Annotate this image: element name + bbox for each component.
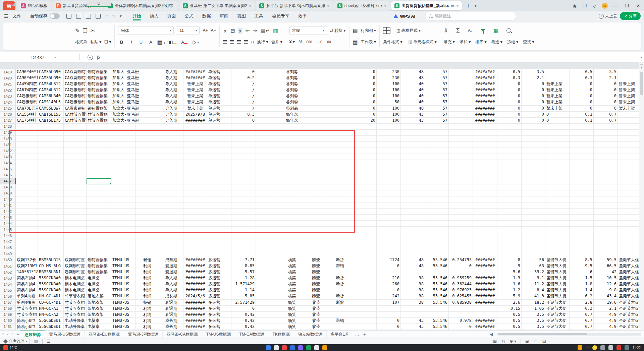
cell-Y1460[interactable]: 4.9 [594, 318, 618, 324]
cell-R1444[interactable] [425, 221, 449, 227]
cell-T1441[interactable] [473, 202, 497, 209]
cell-X1420[interactable]: 0.3 [570, 75, 594, 81]
sort-icon[interactable]: A↓ [468, 28, 473, 33]
cell-W1444[interactable] [545, 221, 570, 227]
cell-S1455[interactable]: 0.976923 [449, 287, 473, 293]
insert-function-icon[interactable]: fx [97, 55, 100, 60]
cell-Y1444[interactable] [594, 221, 618, 227]
page-layout-view-icon[interactable]: ▭ [534, 339, 537, 344]
cell-D1453[interactable]: 电脑桌 [87, 275, 111, 281]
cell-W1447[interactable] [545, 239, 570, 245]
cell-P1442[interactable] [377, 209, 401, 215]
cell-B1449[interactable] [38, 251, 64, 257]
cell-X1458[interactable]: 0.3 [570, 306, 594, 312]
cell-D1419[interactable]: 铆钉置物架 [87, 69, 111, 75]
cell-Q1431[interactable] [401, 142, 425, 148]
cell-O1424[interactable]: 0 [352, 99, 377, 105]
cell-T1429[interactable] [473, 130, 497, 136]
save-icon[interactable] [66, 14, 71, 19]
cell-P1456[interactable]: 242 [377, 293, 401, 299]
cell-U1437[interactable] [497, 178, 522, 184]
cell-V1428[interactable] [522, 124, 545, 130]
cell-D1450[interactable]: 铆钉置物架 [87, 257, 111, 263]
cell-Y1453[interactable]: 10.5 [594, 275, 618, 281]
cell-P1440[interactable] [377, 196, 401, 202]
cell-X1438[interactable] [570, 184, 594, 190]
cell-L1424[interactable]: 谷刘淼 [280, 99, 304, 105]
cell-V1441[interactable] [522, 202, 545, 209]
cell-H1457[interactable]: ######## [183, 300, 207, 306]
cell-F1451[interactable]: 利润 [136, 263, 159, 269]
cell-U1445[interactable] [497, 227, 522, 233]
cell-W1448[interactable] [545, 245, 570, 251]
cell-M1420[interactable] [304, 75, 328, 81]
cell-I1423[interactable]: 单运营 [207, 93, 231, 99]
cell-U1459[interactable]: 0.5 [497, 312, 522, 318]
cell-D1446[interactable] [87, 233, 111, 239]
cell-C1446[interactable] [64, 233, 87, 239]
cell-I1460[interactable]: 多运营 [207, 318, 231, 324]
cell-O1440[interactable] [352, 196, 377, 202]
cell-Q1441[interactable] [401, 202, 425, 209]
cell-D1447[interactable] [87, 239, 111, 245]
cell-B1458[interactable]: HN-GC-A1 [38, 306, 64, 312]
cell-C1425[interactable]: CA卷素铆钉 [64, 106, 87, 112]
cell-Y1461[interactable]: 4.9 [594, 324, 618, 330]
row-header-1457[interactable]: 1457 [0, 300, 16, 306]
first-sheet-icon[interactable]: « [0, 332, 6, 337]
row-header-1461[interactable]: 1461 [0, 324, 16, 330]
cell-S1442[interactable] [449, 209, 473, 215]
cell-W1446[interactable] [545, 233, 570, 239]
align-center-icon[interactable] [230, 40, 234, 41]
cell-Z1446[interactable] [618, 233, 639, 239]
cell-U1419[interactable]: 0.5 [497, 69, 522, 75]
cell-S1441[interactable] [449, 202, 473, 209]
cell-T1454[interactable]: ######## [473, 281, 497, 287]
thousand-separator-button[interactable]: 000 [307, 40, 312, 44]
sheet-tab-亚马逊-EU数据源[interactable]: 亚马逊-EU数据源 [85, 331, 124, 338]
cell-I1420[interactable]: 单运营 [207, 75, 231, 81]
cell-V1445[interactable] [522, 227, 545, 233]
cell-F1426[interactable] [136, 112, 159, 118]
shading-icon[interactable]: ◇ ▾ [192, 39, 199, 45]
cell-C1454[interactable]: 钢木电脑桌 [64, 281, 87, 287]
cell-P1421[interactable]: 100 [377, 81, 401, 87]
cell-P1436[interactable] [377, 172, 401, 178]
cell-O1423[interactable]: 0 [352, 93, 377, 99]
cell-K1428[interactable] [256, 124, 280, 130]
cell-P1419[interactable]: 230 [377, 69, 401, 75]
cell-F1419[interactable] [136, 69, 159, 75]
cell-V1443[interactable] [522, 215, 545, 221]
cell-O1431[interactable] [352, 142, 377, 148]
cell-P1459[interactable] [377, 312, 401, 318]
cell-V1460[interactable]: 3.5 [522, 318, 545, 324]
cell-Q1427[interactable]: 43 [401, 118, 425, 124]
menu-tab-数据[interactable]: 数据 [198, 11, 215, 21]
cell-W1440[interactable] [545, 196, 570, 202]
cell-J1456[interactable]: 5.85 [231, 293, 256, 299]
row-header-1460[interactable]: 1460 [0, 318, 16, 324]
cell-R1427[interactable]: 57 [425, 118, 449, 124]
cell-W1428[interactable] [545, 124, 570, 130]
cell-R1424[interactable]: 57 [425, 99, 449, 105]
cell-Z1460[interactable]: 圣诞节大促 [618, 318, 639, 324]
convert-button[interactable]: ⇄ 转换 ▾ [330, 28, 346, 34]
cell-V1458[interactable]: 1.05 [522, 306, 545, 312]
cell-Z1428[interactable] [618, 124, 639, 130]
cell-H1446[interactable] [183, 233, 207, 239]
cell-L1447[interactable] [280, 239, 304, 245]
cell-X1436[interactable] [570, 172, 594, 178]
cell-T1450[interactable]: ######## [473, 257, 497, 263]
cell-C1453[interactable]: 钢木电脑桌 [64, 275, 87, 281]
cell-E1449[interactable] [111, 251, 136, 257]
cell-B1446[interactable] [38, 233, 64, 239]
cell-G1447[interactable] [159, 239, 183, 245]
cell-Z1438[interactable] [618, 184, 639, 190]
cell-T1431[interactable] [473, 142, 497, 148]
cell-X1425[interactable]: 0 [570, 106, 594, 112]
hscroll-left-icon[interactable]: ◀ [488, 332, 494, 337]
cell-A1454[interactable]: 简易布抽4 [16, 281, 38, 287]
text-direction-icon[interactable]: ⟨⟩ [251, 40, 254, 44]
cell-Z1452[interactable]: 圣诞节大促 [618, 269, 639, 275]
cell-B1423[interactable]: CAMS6LB40 [38, 93, 64, 99]
